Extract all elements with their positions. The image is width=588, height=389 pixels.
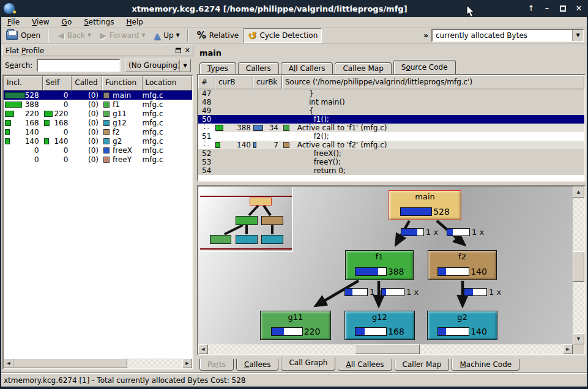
line-number: 52	[198, 149, 215, 158]
grouping-dropdown-button[interactable]: ▼	[179, 59, 190, 72]
forward-button[interactable]: ▶ Forward ▼	[96, 28, 149, 43]
table-row-g2[interactable]: 140140(0)g2mfg.c	[4, 136, 192, 146]
titlebar: xtmemory.kcg.6274 [/home/philippe/valgri…	[0, 0, 588, 17]
menu-help[interactable]: Help	[120, 17, 149, 27]
up-button[interactable]: ▲ Up ▼	[150, 28, 183, 43]
search-input[interactable]	[37, 59, 121, 72]
source-code-text: return 0;	[282, 166, 584, 175]
menu-file[interactable]: File	[1, 17, 26, 27]
tab-callee-map[interactable]: Callee Map	[335, 62, 391, 74]
tab-callees[interactable]: Callees	[236, 359, 278, 371]
edge-label-f1-g12: 1 x	[381, 287, 419, 297]
dock-float-icon[interactable]	[176, 48, 181, 53]
toolbar-overflow-button[interactable]: »	[420, 31, 431, 40]
scroll-up-icon[interactable]: ▲	[573, 187, 584, 198]
table-row-main[interactable]: 5280(0)mainmfg.c	[4, 91, 192, 100]
table-row-freeX[interactable]: 00(0)freeXmfg.c	[4, 146, 192, 155]
function-type-icon	[103, 111, 110, 117]
tab-all-callees[interactable]: All Callees	[338, 359, 392, 371]
node-label: g11	[288, 313, 303, 322]
scroll-right-icon[interactable]: ▶	[563, 344, 573, 354]
column-header-incl[interactable]: Incl.	[4, 76, 43, 91]
graph-node-main[interactable]: main528	[389, 190, 461, 220]
node-cost-value: 140	[471, 267, 487, 276]
source-line-row[interactable]: 51 f2();	[198, 132, 584, 141]
cycle-detection-toggle-button[interactable]: ↺ Cycle Detection	[244, 28, 322, 43]
graph-node-g2[interactable]: g2140	[427, 311, 497, 340]
tab-call-graph[interactable]: Call Graph	[281, 357, 335, 371]
dock-title: Flat Profile	[6, 46, 44, 55]
column-header-function[interactable]: Function	[102, 76, 143, 91]
grouping-select[interactable]: (No Grouping) ▼	[125, 59, 191, 72]
source-line-row[interactable]: 47}	[198, 89, 584, 98]
column-header-self[interactable]: Self	[43, 76, 72, 91]
tab-callers[interactable]: Callers	[238, 62, 279, 74]
scroll-down-icon[interactable]: ▼	[573, 333, 584, 344]
column-header-curb[interactable]: curB	[215, 75, 253, 89]
source-line-row[interactable]: 54 return 0;	[198, 166, 584, 175]
call-graph-canvas[interactable]: main528f1388f2140g11220g12168g21401 x1 x…	[198, 187, 573, 344]
edge-count: 1 x	[472, 228, 484, 237]
tree-indicator	[198, 124, 215, 132]
back-button[interactable]: ◀ Back ▼	[54, 28, 95, 43]
scroll-thumb[interactable]	[355, 344, 420, 354]
self-bar	[44, 120, 50, 126]
scroll-thumb[interactable]	[13, 358, 127, 368]
column-header-location[interactable]: Location	[143, 76, 192, 91]
mouse-cursor	[466, 5, 475, 18]
source-line-row[interactable]: 50 f1();	[198, 115, 584, 124]
shade-button[interactable]: ↑	[524, 3, 538, 14]
source-line-row[interactable]: 49{	[198, 106, 584, 115]
source-code-view: #curBcurBkSource ('/home/philippe/valgri…	[197, 74, 586, 182]
column-header-curbk[interactable]: curBk	[253, 75, 282, 89]
graph-node-f2[interactable]: f2140	[428, 250, 497, 280]
close-button[interactable]: ✕	[572, 3, 586, 14]
flat-profile-hscrollbar[interactable]: ◀ ▶	[4, 358, 192, 368]
scroll-right-icon[interactable]: ▶	[182, 358, 192, 368]
source-line-row[interactable]: 52 freeX();	[198, 149, 584, 158]
minimap-node-f1	[236, 216, 258, 225]
maximize-button[interactable]	[556, 3, 570, 14]
table-row-f2[interactable]: 1400(0)f2mfg.c	[4, 127, 192, 136]
source-line-row[interactable]: 53 freeY();	[198, 158, 584, 166]
table-row-freeY[interactable]: 00(0)freeYmfg.c	[4, 155, 192, 164]
tab-machine-code[interactable]: Machine Code	[452, 359, 519, 371]
graph-node-g11[interactable]: g11220	[260, 311, 331, 340]
scroll-thumb[interactable]	[573, 251, 584, 282]
scroll-left-icon[interactable]: ◀	[4, 358, 13, 368]
column-header-source[interactable]: Source ('/home/philippe/valgrind/littlep…	[282, 75, 584, 89]
tab-caller-map[interactable]: Caller Map	[395, 359, 450, 371]
menu-view[interactable]: View	[26, 17, 55, 27]
up-icon: ▲	[154, 31, 160, 40]
table-row-g11[interactable]: 220220(0)g11mfg.c	[4, 109, 192, 118]
edge-cost-bar	[464, 288, 487, 296]
graph-node-f1[interactable]: f1388	[345, 250, 414, 280]
function-type-icon	[103, 102, 110, 108]
event-type-select[interactable]: currently allocated Bytes ▼	[431, 29, 584, 42]
tab-all-callers[interactable]: All Callers	[281, 62, 333, 74]
source-call-row[interactable]: 1407 Active call to 'f2' (mfg.c)	[198, 141, 584, 149]
function-type-icon	[103, 147, 110, 154]
table-row-g12[interactable]: 168168(0)g12mfg.c	[4, 118, 192, 127]
menu-go[interactable]: Go	[56, 17, 78, 27]
table-row-f1[interactable]: 3880(0)f1mfg.c	[4, 100, 192, 109]
column-header-called[interactable]: Called	[72, 76, 102, 91]
column-header-num[interactable]: #	[198, 75, 215, 89]
menu-settings[interactable]: Settings	[78, 17, 120, 27]
tab-types[interactable]: Types	[199, 62, 236, 74]
graph-overview-minimap[interactable]	[199, 187, 293, 252]
graph-node-g12[interactable]: g12168	[344, 311, 415, 340]
dock-close-icon[interactable]: ✕	[185, 47, 190, 54]
relative-toggle-button[interactable]: % Relative	[193, 28, 242, 43]
source-call-row[interactable]: 38834 Active call to 'f1' (mfg.c)	[198, 124, 584, 132]
source-empty-area	[198, 175, 584, 182]
source-line-row[interactable]: 48int main()	[198, 98, 584, 106]
open-button[interactable]: Open	[2, 28, 44, 43]
scroll-left-icon[interactable]: ◀	[198, 344, 208, 354]
incl-bar	[5, 102, 22, 108]
tab-source-code[interactable]: Source Code	[393, 60, 456, 74]
percent-icon: %	[197, 30, 206, 41]
minimize-button[interactable]: –	[540, 3, 554, 14]
event-type-dropdown-button[interactable]: ▼	[572, 30, 583, 41]
minimap-node-f2	[261, 216, 283, 225]
